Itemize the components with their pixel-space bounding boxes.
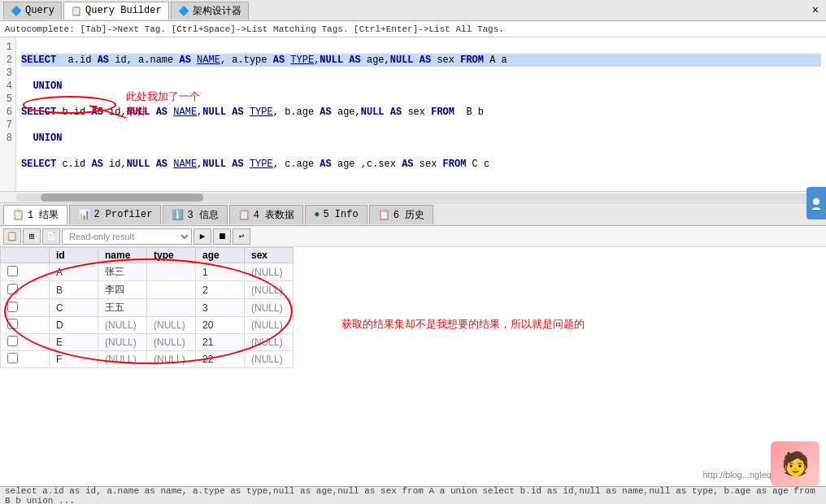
cell-id-3: C — [50, 299, 98, 317]
row-checkbox-6[interactable] — [7, 353, 18, 363]
query-builder-icon: 📋 — [71, 6, 82, 16]
row-checkbox-3[interactable] — [7, 302, 18, 312]
row-checkbox-5[interactable] — [7, 336, 18, 346]
toolbar-btn-3[interactable]: 📄 — [42, 228, 60, 245]
cell-age-5: 21 — [196, 334, 245, 351]
tab-info-en[interactable]: ● 5 Info — [305, 205, 367, 224]
results-tab-icon: 📋 — [12, 209, 24, 221]
where-annotation: 此处我加了一个条件 — [126, 89, 200, 119]
query-icon: 🔷 — [11, 6, 22, 16]
history-tab-icon: 📋 — [378, 209, 390, 221]
autocomplete-bar: Autocomplete: [Tab]->Next Tag. [Ctrl+Spa… — [0, 21, 826, 37]
cell-name-1: 张三 — [98, 263, 147, 281]
col-type: type — [147, 248, 196, 263]
table-row: D (NULL) (NULL) 20 (NULL) — [1, 317, 293, 334]
status-bar: select a.id as id, a.name as name, a.typ… — [0, 486, 826, 504]
table-row: A 张三 1 (NULL) — [1, 263, 293, 281]
tab-schema-designer[interactable]: 🔷 架构设计器 — [171, 2, 249, 20]
cell-sex-4: (NULL) — [245, 317, 293, 334]
result-annotation: 获取的结果集却不是我想要的结果，所以就是问题的 — [341, 317, 585, 332]
toolbar-btn-1[interactable]: 📋 — [3, 228, 21, 245]
row-checkbox-1[interactable] — [7, 266, 18, 276]
cell-type-2 — [147, 281, 196, 299]
cell-id-2: B — [50, 281, 98, 299]
table-row: C 王五 3 (NULL) — [1, 299, 293, 317]
svg-point-0 — [813, 198, 819, 205]
results-table: id name type age sex A 张三 1 (NULL) — [0, 247, 293, 368]
cell-type-3 — [147, 299, 196, 317]
cell-age-2: 2 — [196, 281, 245, 299]
table-header-row: id name type age sex — [1, 248, 293, 263]
cell-sex-5: (NULL) — [245, 334, 293, 351]
results-area[interactable]: id name type age sex A 张三 1 (NULL) — [0, 247, 826, 504]
cell-name-5: (NULL) — [98, 334, 147, 351]
cell-name-6: (NULL) — [98, 351, 147, 368]
close-button[interactable]: × — [808, 3, 823, 18]
col-sex: sex — [245, 248, 293, 263]
horizontal-scrollbar[interactable] — [0, 192, 826, 203]
tab-query[interactable]: 🔷 Query — [3, 2, 62, 20]
tab-profiler[interactable]: 📊 2 Profiler — [69, 205, 161, 224]
table-row: B 李四 2 (NULL) — [1, 281, 293, 299]
cell-age-4: 20 — [196, 317, 245, 334]
col-name: name — [98, 248, 147, 263]
cell-age-3: 3 — [196, 299, 245, 317]
cell-id-6: F — [50, 351, 98, 368]
cell-sex-6: (NULL) — [245, 351, 293, 368]
cell-sex-1: (NULL) — [245, 263, 293, 281]
cell-id-1: A — [50, 263, 98, 281]
row-checkbox-4[interactable] — [7, 319, 18, 329]
line-numbers: 1 2 3 4 5 6 7 8 — [0, 37, 16, 191]
tab-results[interactable]: 📋 1 结果 — [3, 205, 67, 224]
toolbar-btn-4[interactable]: ▶ — [193, 228, 211, 245]
schema-icon: 🔷 — [178, 6, 189, 16]
cell-name-4: (NULL) — [98, 317, 147, 334]
info-cn-tab-icon: ℹ️ — [172, 209, 184, 221]
cell-id-5: E — [50, 334, 98, 351]
cell-type-6: (NULL) — [147, 351, 196, 368]
table-row: E (NULL) (NULL) 21 (NULL) — [1, 334, 293, 351]
cell-id-4: D — [50, 317, 98, 334]
toolbar-btn-2[interactable]: ⊞ — [23, 228, 41, 245]
info-en-tab-icon: ● — [314, 209, 320, 220]
bottom-tabs: 📋 1 结果 📊 2 Profiler ℹ️ 3 信息 📋 4 表数据 ● 5 … — [0, 203, 826, 226]
tab-tabledata[interactable]: 📋 4 表数据 — [229, 205, 303, 224]
title-bar: 🔷 Query 📋 Query Builder 🔷 架构设计器 × — [0, 0, 826, 21]
cell-name-3: 王五 — [98, 299, 147, 317]
cell-name-2: 李四 — [98, 281, 147, 299]
manga-character: 🧑 — [771, 441, 819, 486]
cell-type-5: (NULL) — [147, 334, 196, 351]
col-id: id — [50, 248, 98, 263]
cell-type-4: (NULL) — [147, 317, 196, 334]
cell-sex-3: (NULL) — [245, 299, 293, 317]
result-type-dropdown[interactable]: Read-only result — [62, 228, 192, 245]
col-age: age — [196, 248, 245, 263]
col-check — [1, 248, 50, 263]
tab-info-cn[interactable]: ℹ️ 3 信息 — [163, 205, 227, 224]
row-checkbox-2[interactable] — [7, 284, 18, 294]
cell-type-1 — [147, 263, 196, 281]
tab-history[interactable]: 📋 6 历史 — [369, 205, 433, 224]
toolbar-btn-5[interactable]: ⏹ — [213, 228, 231, 245]
cell-sex-2: (NULL) — [245, 281, 293, 299]
table-row: F (NULL) (NULL) 22 (NULL) — [1, 351, 293, 368]
profiler-tab-icon: 📊 — [78, 209, 90, 221]
side-button[interactable] — [806, 187, 826, 219]
toolbar-btn-6[interactable]: ↩ — [233, 228, 250, 245]
sql-editor[interactable]: 1 2 3 4 5 6 7 8 SELECT a.id AS id, a.nam… — [0, 37, 826, 192]
tabledata-tab-icon: 📋 — [238, 209, 250, 221]
cell-age-1: 1 — [196, 263, 245, 281]
results-toolbar: 📋 ⊞ 📄 Read-only result ▶ ⏹ ↩ — [0, 226, 826, 247]
cell-age-6: 22 — [196, 351, 245, 368]
tab-query-builder[interactable]: 📋 Query Builder — [63, 2, 169, 20]
